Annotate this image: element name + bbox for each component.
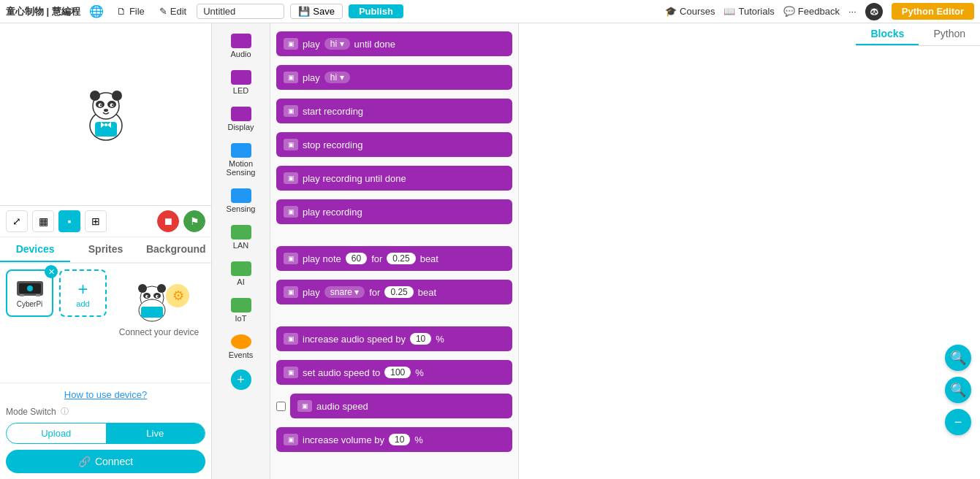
cyberpi-device-card[interactable]: ✕ CyberPi: [6, 269, 53, 317]
sidebar-item-led[interactable]: LED: [215, 66, 267, 99]
block-increase-audio-speed[interactable]: ▣ increase audio speed by 10 %: [276, 326, 512, 351]
block-play-recording[interactable]: ▣ play recording: [276, 199, 512, 224]
stage-area: [0, 23, 211, 206]
project-title-input[interactable]: [197, 4, 284, 19]
block-icon: ▣: [284, 105, 298, 117]
brand-label: 童心制物 | 慧編程: [6, 5, 80, 18]
how-to-use-link[interactable]: How to use device?: [6, 389, 205, 400]
live-mode-button[interactable]: Live: [106, 424, 205, 443]
lan-icon: [231, 225, 251, 240]
snare-beat-input[interactable]: 0.25: [384, 286, 413, 298]
block-increase-volume[interactable]: ▣ increase volume by 10 %: [276, 427, 512, 452]
sidebar-item-lan[interactable]: LAN: [215, 221, 267, 254]
zoom-reset-button[interactable]: 🔍: [945, 377, 971, 403]
device-label: CyberPi: [17, 300, 43, 308]
sidebar-item-ai[interactable]: AI: [215, 257, 267, 291]
add-device-button[interactable]: + add: [59, 269, 107, 317]
block-stop-recording[interactable]: ▣ stop recording: [276, 132, 512, 157]
svg-rect-17: [36, 294, 40, 296]
sound-dropdown[interactable]: hi ▾: [324, 38, 350, 50]
grid-large-icon[interactable]: ▪: [58, 210, 80, 232]
sidebar-item-events[interactable]: Events: [215, 330, 267, 364]
svg-point-8: [99, 104, 101, 105]
block-play[interactable]: ▣ play hi ▾: [276, 65, 512, 90]
edit-menu[interactable]: ✎ Edit: [155, 4, 191, 18]
minus-icon: −: [954, 415, 962, 430]
sidebar-item-motion-sensing[interactable]: Motion Sensing: [215, 139, 267, 181]
tab-blocks[interactable]: Blocks: [856, 23, 919, 45]
zoom-out-button[interactable]: −: [945, 409, 971, 435]
publish-button[interactable]: Publish: [349, 4, 403, 18]
avatar[interactable]: 🐼: [865, 3, 883, 20]
grid-list-icon[interactable]: ⊞: [85, 210, 107, 232]
sidebar-item-audio[interactable]: Audio: [215, 29, 267, 63]
block-set-audio-speed[interactable]: ▣ set audio speed to 100 %: [276, 360, 512, 385]
editor-tabs: Blocks Python: [856, 23, 980, 46]
upload-mode-button[interactable]: Upload: [7, 424, 106, 443]
svg-point-9: [111, 104, 113, 105]
svg-rect-29: [141, 307, 163, 318]
file-menu[interactable]: 🗋 File: [113, 4, 149, 18]
add-category-button[interactable]: +: [231, 369, 251, 390]
sound-dropdown2[interactable]: hi ▾: [324, 72, 350, 83]
upload-live-toggle[interactable]: Upload Live: [6, 423, 205, 444]
save-button[interactable]: 💾 Save: [290, 4, 343, 19]
speed-set-input[interactable]: 100: [384, 367, 411, 378]
sidebar-item-display[interactable]: Display: [215, 102, 267, 136]
block-icon: ▣: [284, 367, 298, 378]
block-icon: ▣: [284, 172, 298, 184]
svg-point-12: [105, 123, 107, 126]
led-icon: [231, 70, 251, 85]
svg-point-26: [157, 296, 159, 297]
divider: 🌐: [89, 4, 104, 18]
grid-small-icon[interactable]: ▦: [32, 210, 54, 232]
note-input[interactable]: 60: [346, 253, 367, 264]
audio-speed-checkbox[interactable]: [276, 402, 286, 411]
block-icon: ▣: [284, 253, 298, 264]
magnify-icon: 🔍: [950, 382, 966, 398]
more-menu[interactable]: ···: [848, 6, 856, 17]
mode-switch-help: ⓘ: [61, 406, 69, 417]
tab-python[interactable]: Python: [919, 23, 980, 45]
bottom-controls: How to use device? Mode Switch ⓘ Upload …: [0, 383, 211, 479]
tab-background[interactable]: Background: [141, 237, 211, 262]
file-icon: 🗋: [117, 6, 126, 17]
feedback-link[interactable]: 💬 Feedback: [783, 6, 840, 17]
block-icon: ▣: [284, 206, 298, 218]
tab-sprites[interactable]: Sprites: [70, 237, 140, 262]
zoom-in-button[interactable]: 🔍: [945, 345, 971, 371]
sidebar-item-iot[interactable]: IoT: [215, 294, 267, 327]
python-editor-button[interactable]: Python Editor: [892, 3, 974, 20]
stop-button[interactable]: ⏹: [157, 210, 179, 232]
run-button[interactable]: ⚑: [183, 210, 205, 232]
sidebar-item-sensing[interactable]: Sensing: [215, 184, 267, 218]
beat-input[interactable]: 0.25: [387, 253, 415, 264]
remove-device-button[interactable]: ✕: [45, 265, 58, 278]
connect-button[interactable]: 🔗 Connect: [6, 450, 205, 473]
block-start-recording[interactable]: ▣ start recording: [276, 99, 512, 123]
iot-icon: [231, 298, 251, 313]
volume-increase-input[interactable]: 10: [389, 434, 410, 445]
block-play-recording-until-done[interactable]: ▣ play recording until done: [276, 166, 512, 191]
block-audio-speed[interactable]: ▣ audio speed: [290, 394, 512, 418]
save-icon: 💾: [298, 6, 310, 17]
checkbox-audio-speed: ▣ audio speed: [276, 394, 512, 418]
tab-devices[interactable]: Devices: [0, 237, 70, 262]
main-layout: ⤢ ▦ ▪ ⊞ ⏹ ⚑ Devices Sprites Background ✕: [0, 23, 980, 479]
block-play-snare[interactable]: ▣ play snare ▾ for 0.25 beat: [276, 280, 512, 304]
speed-increase-input[interactable]: 10: [410, 333, 431, 345]
events-icon: [231, 334, 251, 349]
block-icon: ▣: [284, 38, 298, 50]
panel-tabs: Devices Sprites Background: [0, 237, 211, 264]
zoom-controls: 🔍 🔍 −: [945, 345, 971, 435]
svg-point-15: [27, 286, 33, 291]
block-play-note[interactable]: ▣ play note 60 for 0.25 beat: [276, 246, 512, 271]
courses-link[interactable]: 🎓 Courses: [665, 6, 715, 17]
link-icon: 🔗: [78, 456, 91, 467]
expand-icon[interactable]: ⤢: [6, 210, 28, 232]
drum-dropdown[interactable]: snare ▾: [324, 286, 365, 298]
tutorials-link[interactable]: 📖 Tutorials: [723, 6, 774, 17]
block-play-until-done[interactable]: ▣ play hi ▾ until done: [276, 31, 512, 56]
plus-icon: +: [77, 279, 88, 299]
audio-icon: [231, 34, 251, 48]
